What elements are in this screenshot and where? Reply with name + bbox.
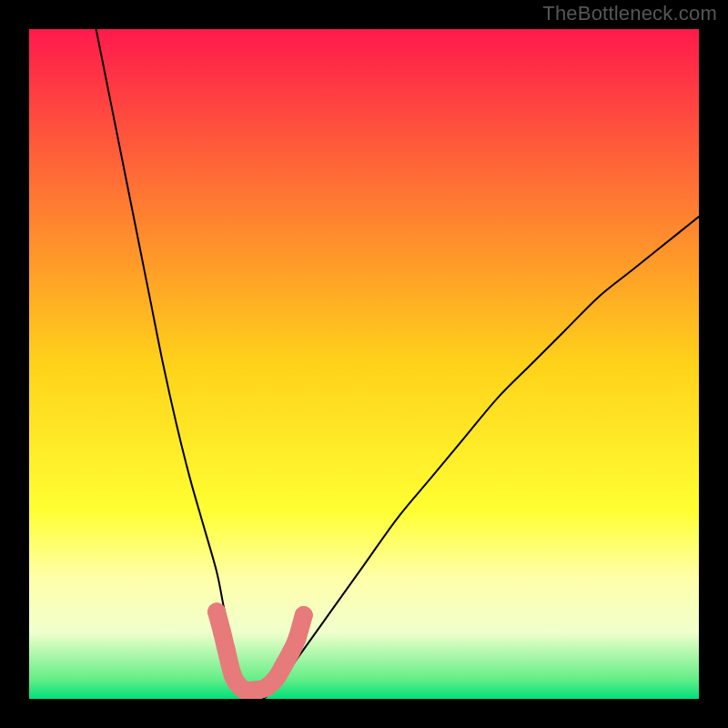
highlighted-point xyxy=(295,606,313,624)
highlighted-point xyxy=(217,640,235,658)
highlighted-point xyxy=(288,630,306,648)
watermark-text: TheBottleneck.com xyxy=(542,2,717,25)
highlighted-point xyxy=(207,602,226,621)
chart-svg xyxy=(29,29,699,699)
chart-frame: TheBottleneck.com xyxy=(0,0,728,728)
highlighted-point xyxy=(213,622,231,641)
plot-area xyxy=(29,29,699,699)
gradient-background xyxy=(29,29,699,699)
